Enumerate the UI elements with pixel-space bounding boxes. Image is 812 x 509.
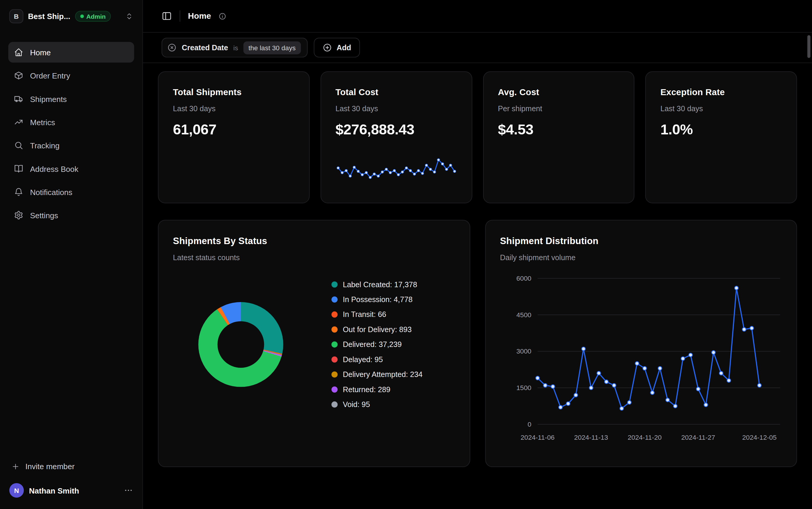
svg-text:4500: 4500: [516, 311, 531, 319]
remove-filter-icon[interactable]: [167, 43, 177, 52]
invite-member-label: Invite member: [25, 462, 74, 471]
search-icon: [14, 141, 23, 150]
svg-text:2024-11-27: 2024-11-27: [681, 434, 715, 441]
sidebar-item-label: Settings: [30, 211, 58, 220]
stat-card-total-shipments: Total ShipmentsLast 30 days61,067: [158, 71, 310, 203]
legend-dot: [331, 401, 338, 408]
sidebar-toggle-icon[interactable]: [162, 11, 172, 22]
sidebar-item-tracking[interactable]: Tracking: [8, 135, 134, 156]
stat-card-subtitle: Last 30 days: [660, 104, 782, 113]
svg-text:3000: 3000: [516, 347, 531, 355]
sidebar-spacer: [8, 226, 134, 459]
legend-item-delayed: Delayed: 95: [331, 355, 423, 364]
svg-text:2024-12-05: 2024-12-05: [742, 434, 777, 441]
filter-field: Created Date: [182, 43, 228, 52]
total-cost-sparkline-chart: [336, 156, 457, 182]
home-icon: [14, 47, 23, 57]
stat-card-value: $4.53: [498, 122, 619, 138]
legend-label: Delivery Attempted: 234: [343, 370, 423, 379]
plus-icon: [11, 462, 20, 471]
legend-label: In Transit: 66: [343, 310, 386, 319]
legend-label: Out for Delivery: 893: [343, 325, 412, 334]
legend-dot: [331, 327, 338, 333]
workspace-name: Best Ship...: [28, 12, 70, 21]
sidebar-item-label: Home: [30, 48, 51, 57]
gear-icon: [14, 210, 23, 220]
sidebar-item-notifications[interactable]: Notifications: [8, 182, 134, 202]
legend-label: Returned: 289: [343, 385, 391, 394]
stat-card-value: $276,888.43: [336, 122, 457, 138]
sidebar-item-label: Metrics: [30, 118, 55, 127]
scrollbar[interactable]: [807, 35, 810, 58]
legend-item-delivered: Delivered: 37,239: [331, 340, 423, 349]
shipments-by-status-card: Shipments By Status Latest status counts…: [158, 220, 470, 467]
sidebar-item-settings[interactable]: Settings: [8, 205, 134, 226]
stat-card-title: Total Shipments: [173, 88, 294, 98]
created-date-filter[interactable]: Created Date is the last 30 days: [162, 38, 308, 57]
sidebar: B Best Ship... Admin HomeOrder EntryShip…: [0, 0, 143, 509]
legend-item-delivery-attempted: Delivery Attempted: 234: [331, 370, 423, 379]
add-filter-button[interactable]: Add: [314, 38, 360, 57]
sidebar-item-address-book[interactable]: Address Book: [8, 158, 134, 179]
donut-area: Label Created: 17,378In Possession: 4,77…: [173, 280, 455, 408]
legend-item-out-for-delivery: Out for Delivery: 893: [331, 325, 423, 334]
svg-text:1500: 1500: [516, 384, 531, 392]
filter-bar: Created Date is the last 30 days Add: [143, 33, 812, 63]
legend-label: Delivered: 37,239: [343, 340, 402, 349]
status-donut-chart: [198, 302, 283, 387]
sidebar-item-label: Notifications: [30, 188, 72, 197]
shipment-distribution-card: Shipment Distribution Daily shipment vol…: [485, 220, 797, 467]
user-menu[interactable]: N Nathan Smith: [8, 482, 134, 499]
stat-card-title: Avg. Cost: [498, 88, 619, 98]
legend-item-in-transit: In Transit: 66: [331, 310, 423, 319]
sidebar-item-metrics[interactable]: Metrics: [8, 112, 134, 133]
sidebar-item-label: Shipments: [30, 95, 67, 103]
plus-circle-icon: [323, 43, 332, 52]
donut-legend: Label Created: 17,378In Possession: 4,77…: [331, 280, 423, 408]
info-icon[interactable]: [219, 12, 226, 20]
filter-value-badge[interactable]: the last 30 days: [243, 41, 301, 54]
ellipsis-icon[interactable]: [124, 486, 133, 495]
bell-icon: [14, 187, 23, 197]
truck-icon: [14, 94, 23, 103]
charts-row: Shipments By Status Latest status counts…: [158, 220, 797, 467]
stat-cards-row: Total ShipmentsLast 30 days61,067Total C…: [158, 71, 797, 203]
legend-dot: [331, 311, 338, 317]
admin-badge: Admin: [75, 11, 111, 22]
legend-item-void: Void: 95: [331, 401, 423, 409]
divider: [180, 10, 180, 22]
workspace-switcher[interactable]: B Best Ship... Admin: [8, 8, 134, 24]
chart-title: Shipment Distribution: [500, 236, 782, 247]
legend-dot: [331, 341, 338, 347]
svg-text:2024-11-13: 2024-11-13: [574, 434, 608, 441]
svg-text:6000: 6000: [516, 275, 531, 282]
dashboard-content: Total ShipmentsLast 30 days61,067Total C…: [143, 63, 812, 509]
chart-subtitle: Latest status counts: [173, 253, 455, 262]
legend-item-label-created: Label Created: 17,378: [331, 280, 423, 289]
package-icon: [14, 71, 23, 80]
topbar: Home: [143, 0, 812, 33]
stat-card-title: Total Cost: [336, 88, 457, 98]
stat-card-total-cost: Total CostLast 30 days$276,888.43: [320, 71, 472, 203]
legend-item-returned: Returned: 289: [331, 385, 423, 394]
invite-member-button[interactable]: Invite member: [8, 459, 134, 474]
status-dot: [80, 14, 84, 18]
trend-icon: [14, 117, 23, 127]
sidebar-item-home[interactable]: Home: [8, 42, 134, 63]
chevrons-up-down-icon[interactable]: [125, 12, 133, 20]
stat-card-exception-rate: Exception RateLast 30 days1.0%: [645, 71, 797, 203]
app-root: B Best Ship... Admin HomeOrder EntryShip…: [0, 0, 812, 509]
stat-card-title: Exception Rate: [660, 88, 782, 98]
stat-card-subtitle: Last 30 days: [336, 104, 457, 113]
sidebar-item-shipments[interactable]: Shipments: [8, 89, 134, 109]
chart-title: Shipments By Status: [173, 236, 455, 247]
page-title: Home: [188, 11, 211, 21]
sidebar-item-label: Order Entry: [30, 71, 70, 80]
legend-label: In Possession: 4,778: [343, 295, 412, 304]
legend-dot: [331, 281, 338, 287]
stat-card-subtitle: Last 30 days: [173, 104, 294, 113]
user-name: Nathan Smith: [29, 486, 79, 495]
chart-subtitle: Daily shipment volume: [500, 253, 782, 262]
sidebar-item-order-entry[interactable]: Order Entry: [8, 65, 134, 86]
svg-text:2024-11-20: 2024-11-20: [627, 434, 661, 441]
